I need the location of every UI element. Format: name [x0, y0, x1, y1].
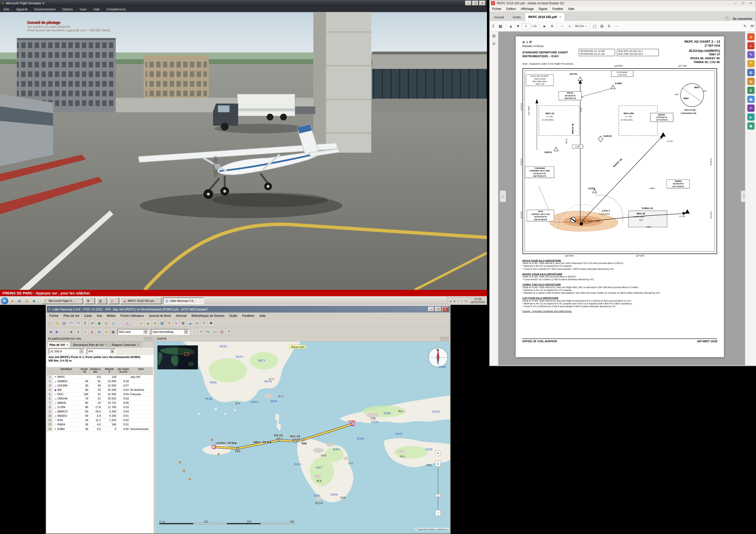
navmap-toolbar-icon[interactable]: ? — [198, 329, 204, 335]
tool-rail-icon[interactable]: ⇊ — [747, 87, 754, 94]
taskbar-task-button[interactable]: ✈Microsoft Flight S... — [42, 297, 83, 304]
navmap-titlebar[interactable]: ✈ Little Navmap 2.6.6 - FSX / N 2011 - I… — [47, 306, 450, 313]
map-airport-label[interactable]: RJOB — [384, 412, 391, 415]
flight-plan-column-header[interactable]: Nom — [130, 367, 153, 374]
sign-in-button[interactable]: Se connecter — [733, 17, 752, 20]
projection-select[interactable]: Mercator▾ — [118, 329, 149, 335]
fsx-menu-item[interactable]: Vues — [76, 7, 90, 11]
fsx-titlebar[interactable]: ✈ Microsoft Flight Simulator X — ❐ ✕ — [0, 0, 487, 6]
navmap-toolbar-icon[interactable]: ⇆ — [205, 329, 211, 335]
quick-launch-icon[interactable]: ● — [9, 298, 15, 304]
zoom-in-button[interactable]: + — [435, 461, 441, 467]
navmap-toolbar-icon[interactable]: ⊕ — [180, 320, 187, 326]
flight-plan-row[interactable]: 8 △CLIPA 86 17,8 11 785 0:03 — [47, 405, 153, 410]
flight-plan-row[interactable]: 13 ✦RJBH 35 0,5 9 0:00 Hiroshimanishi — [47, 427, 153, 431]
quick-launch-icon[interactable]: ◆ — [31, 298, 37, 304]
fsx-menu-item[interactable]: Appareil — [13, 7, 31, 11]
tray-icon[interactable]: ⌁ — [461, 299, 463, 303]
left-rail-icon[interactable]: ✇ — [490, 40, 498, 48]
fill-sign-toolbar-icon[interactable]: ✎ — [741, 23, 748, 30]
flight-plan-tab[interactable]: Plan de Vol✕ — [47, 342, 70, 347]
tool-rail-icon[interactable]: ▤ — [747, 78, 754, 85]
fsx-menu-item[interactable]: Aide — [90, 7, 103, 11]
navmap-toolbar-icon[interactable]: ▤ — [54, 320, 61, 326]
map-airport-label[interactable]: RJFT — [316, 466, 322, 469]
navmap-toolbar-icon[interactable]: ▱ — [138, 320, 145, 326]
flight-plan-row[interactable]: 5 ◇DGC 106 31 31 000 0:04 Fukuoka — [47, 393, 153, 397]
map-airport-label[interactable]: RJFM — [330, 493, 338, 496]
navmap-toolbar-icon[interactable]: ⇄ — [89, 320, 95, 326]
map-airport-label[interactable]: RJOK — [426, 448, 433, 451]
next-page-icon[interactable]: ▼ — [514, 23, 522, 30]
taskbar-task-button[interactable]: ● — [108, 297, 119, 304]
navmap-toolbar-icon[interactable]: ◀ — [47, 329, 54, 335]
navmap-menu-item[interactable]: Météo — [104, 314, 118, 318]
dock-float-button[interactable]: ❐ — [440, 337, 444, 340]
world-overview-inset[interactable] — [157, 345, 198, 369]
fsx-minimize-button[interactable]: — — [465, 1, 472, 6]
navmap-menu-item[interactable]: Aide — [257, 314, 268, 318]
navmap-toolbar-icon[interactable]: ⋰ — [131, 320, 137, 326]
flight-plan-column-header[interactable]: Route°M — [80, 367, 89, 374]
acrobat-titlebar[interactable]: A RKPC 2018 SID.pdf - Adobe Acrobat Read… — [490, 0, 756, 6]
send-mail-icon[interactable]: ✉ — [749, 23, 756, 30]
navmap-toolbar-icon[interactable]: ▢ — [47, 320, 54, 326]
more-tools-icon[interactable]: ⋯ — [613, 23, 620, 30]
flight-plan-row[interactable]: 7 △IWAYA 82 32 16 722 0:06 — [47, 401, 153, 405]
zoom-level-select[interactable]: 96,5%▾ — [573, 23, 588, 29]
tab-home[interactable]: Accueil — [490, 13, 508, 21]
acrobat-close-button[interactable]: ✕ — [747, 1, 754, 6]
flight-plan-row[interactable]: 9 △MARCO 83 20,0 6 260 0:04 — [47, 410, 153, 414]
start-button[interactable]: ⊞ — [1, 297, 8, 304]
flight-plan-row[interactable]: 6 △ONGHA 79 21 25 642 0:03 — [47, 397, 153, 401]
taskbar-task-button[interactable]: ▲RKPC 2018 SID.pd... — [121, 297, 162, 304]
map-airport-label[interactable]: RJOT — [395, 433, 402, 435]
previous-page-overlay-button[interactable]: ‹ — [500, 191, 506, 202]
navmap-toolbar-icon[interactable]: ◌ — [117, 320, 123, 326]
navmap-toolbar-icon[interactable]: ∿ — [173, 320, 179, 326]
navmap-menu-item[interactable]: Points Utilisateur — [118, 314, 146, 318]
tab-document[interactable]: RKPC 2018 SID.pdf✕ — [525, 13, 565, 21]
flight-plan-column-header[interactable]: Identifiant — [53, 367, 79, 374]
navmap-toolbar-icon[interactable]: ? — [226, 329, 232, 335]
navmap-close-button[interactable]: ✕ — [442, 307, 448, 312]
acrobat-maximize-button[interactable]: ❐ — [740, 1, 746, 6]
tool-rail-icon[interactable]: ◉ — [747, 122, 754, 129]
fsx-menu-item[interactable]: Environnement — [31, 7, 59, 11]
navmap-toolbar-icon[interactable]: ✈ — [166, 320, 173, 326]
map-airport-label[interactable]: RJOH — [357, 437, 364, 440]
navmap-toolbar-icon[interactable]: ⊡ — [219, 329, 225, 335]
tool-rail-icon[interactable]: ▥ — [747, 69, 754, 76]
map-attribution[interactable]: © OpenStreetMap contributors — [415, 528, 448, 530]
map-airport-label[interactable]: RKTY — [258, 359, 265, 362]
acrobat-menu-item[interactable]: Affichage — [518, 7, 536, 11]
flight-plan-row[interactable]: 10 △MASKU 69 6,9 4 336 0:01 — [47, 414, 153, 418]
cruise-altitude-stepper[interactable]: 31 000 ft▴ — [49, 348, 85, 354]
zoom-slider-handle[interactable] — [435, 494, 441, 497]
map-airport-label[interactable]: RKJK — [210, 381, 217, 384]
fsx-viewport[interactable] — [0, 12, 487, 290]
navmap-toolbar-icon[interactable]: ◇ — [110, 320, 117, 326]
taskbar-task-button[interactable]: ✜ — [84, 297, 95, 304]
navmap-toolbar-icon[interactable]: − — [82, 329, 89, 335]
navmap-toolbar-icon[interactable]: ∠ — [89, 329, 95, 335]
previous-page-icon[interactable]: ▲ — [507, 23, 514, 30]
fsx-menu-item[interactable]: Vols — [0, 7, 13, 11]
acrobat-menu-item[interactable]: Signer — [536, 7, 550, 11]
navmap-toolbar-icon[interactable]: ◉ — [96, 320, 103, 326]
navmap-menu-item[interactable]: Fichier — [47, 314, 61, 318]
navmap-toolbar-icon[interactable]: ▣ — [110, 329, 117, 335]
acrobat-menu-item[interactable]: Fenêtre — [550, 7, 566, 11]
tool-rail-icon[interactable]: ► — [747, 114, 754, 120]
navmap-toolbar-icon[interactable]: ◌ — [191, 329, 197, 335]
navmap-toolbar-icon[interactable]: ◈ — [68, 329, 75, 335]
taskbar-task-button[interactable]: ◎Little Navmap 2.6... — [163, 297, 204, 304]
tray-icon[interactable]: ♪ — [457, 299, 459, 303]
left-rail-icon[interactable]: ▤ — [490, 32, 498, 40]
select-tool-icon[interactable]: ► — [541, 23, 548, 30]
tool-rail-icon[interactable]: ⇲ — [747, 33, 754, 40]
dock-close-button[interactable]: ✕ — [148, 337, 152, 340]
fsx-restore-button[interactable]: ❐ — [472, 1, 478, 6]
navmap-menu-item[interactable]: Vue — [94, 314, 104, 318]
acrobat-menu-item[interactable]: Edition — [504, 7, 518, 11]
